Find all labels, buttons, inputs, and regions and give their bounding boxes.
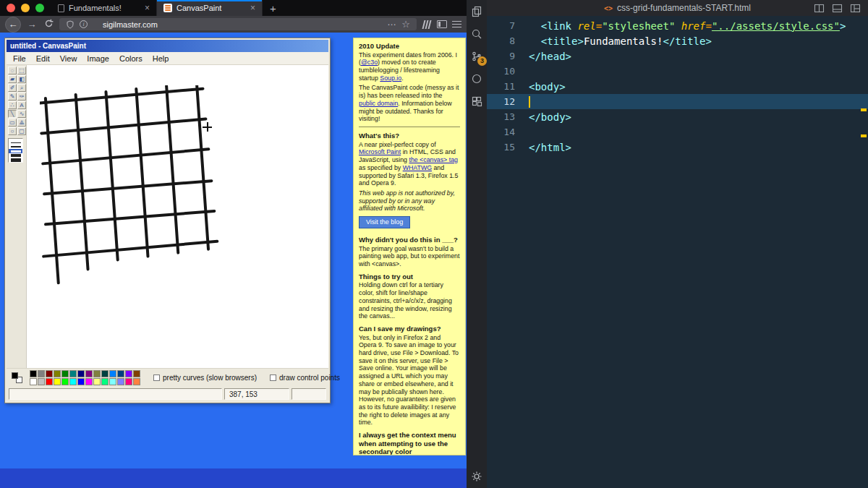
palette-swatch[interactable] <box>38 370 45 377</box>
palette-swatch[interactable] <box>69 370 77 377</box>
sidebar-link[interactable]: the <canvas> tag <box>409 156 458 163</box>
code-line[interactable]: 9</head> <box>487 48 868 64</box>
sidebar-link[interactable]: @c3o <box>361 59 378 66</box>
settings-gear-icon[interactable] <box>467 471 487 482</box>
sidebar-link[interactable]: Soup.io <box>380 74 401 82</box>
palette-swatch[interactable] <box>54 378 61 385</box>
palette-swatch[interactable] <box>30 378 37 385</box>
palette-swatch[interactable] <box>133 370 140 377</box>
checkbox[interactable] <box>153 374 160 381</box>
code-line[interactable]: 10 <box>487 64 868 79</box>
code-editor[interactable]: 7 <link rel="stylesheet" href="../assets… <box>487 16 868 488</box>
palette-swatch[interactable] <box>46 370 53 377</box>
palette-swatch[interactable] <box>109 378 116 385</box>
ellipse-tool[interactable]: ○ <box>8 127 17 135</box>
palette-swatch[interactable] <box>38 378 45 385</box>
code-line[interactable]: 13</body> <box>487 109 868 124</box>
toggle-panel-icon[interactable] <box>832 3 843 14</box>
tab-fundamentals[interactable]: Fundamentals! × <box>51 0 157 16</box>
sidebar-toggle-icon[interactable] <box>437 20 447 28</box>
forward-button[interactable]: → <box>26 19 38 30</box>
checkbox[interactable] <box>270 374 276 381</box>
draw-control-points-option[interactable]: draw control points <box>270 374 340 382</box>
menu-view[interactable]: View <box>55 54 82 63</box>
shield-icon[interactable] <box>66 20 75 29</box>
palette-swatch[interactable] <box>61 370 69 377</box>
extensions-icon[interactable] <box>470 95 483 108</box>
palette-swatch[interactable] <box>54 370 61 377</box>
code-line[interactable]: 11<body> <box>487 79 868 94</box>
refresh-button[interactable] <box>43 19 54 30</box>
palette-swatch[interactable] <box>46 378 53 385</box>
menu-hamburger-icon[interactable] <box>452 21 461 28</box>
menu-help[interactable]: Help <box>148 54 174 63</box>
palette-swatch[interactable] <box>133 378 140 385</box>
zoom-window-button[interactable] <box>35 4 44 12</box>
palette-swatch[interactable] <box>30 370 37 377</box>
source-control-icon[interactable]: 3 <box>470 50 483 63</box>
tab-close-icon[interactable]: × <box>250 4 255 12</box>
palette-swatch[interactable] <box>117 378 124 385</box>
paint-window-title[interactable]: untitled - CanvasPaint <box>7 40 328 52</box>
address-bar[interactable]: i sigilmaster.com ⋯ ☆ <box>59 18 417 30</box>
palette-swatch[interactable] <box>69 378 77 385</box>
palette-swatch[interactable] <box>101 370 109 377</box>
free-select-tool[interactable]: ◌ <box>8 67 17 74</box>
palette-swatch[interactable] <box>61 378 69 385</box>
sidebar-link[interactable]: public domain <box>359 100 398 107</box>
new-tab-button[interactable]: + <box>263 2 284 14</box>
palette-swatch[interactable] <box>85 378 93 385</box>
debug-icon[interactable] <box>470 72 483 85</box>
menu-image[interactable]: Image <box>82 54 114 63</box>
code-line[interactable]: 14 <box>487 124 868 140</box>
bookmark-star-icon[interactable]: ☆ <box>401 19 410 30</box>
site-info-icon[interactable]: i <box>80 20 88 28</box>
explorer-icon[interactable] <box>470 5 483 18</box>
eraser-tool[interactable]: ▰ <box>8 75 17 83</box>
code-line[interactable]: 12 <box>487 94 868 109</box>
back-button[interactable]: ← <box>5 17 21 33</box>
curve-tool[interactable]: ∿ <box>17 110 26 118</box>
magnifier-tool[interactable]: ⌕ <box>17 84 26 92</box>
menu-file[interactable]: File <box>8 54 31 63</box>
palette-swatch[interactable] <box>101 378 109 385</box>
line-tool[interactable]: ╲ <box>8 110 17 118</box>
menu-colors[interactable]: Colors <box>114 54 148 63</box>
palette-swatch[interactable] <box>77 378 85 385</box>
minimize-window-button[interactable] <box>21 4 30 12</box>
current-colors-indicator[interactable] <box>9 370 27 386</box>
pretty-curves-option[interactable]: pretty curves (slow browsers) <box>153 374 257 382</box>
palette-swatch[interactable] <box>125 370 132 377</box>
menu-edit[interactable]: Edit <box>31 54 55 63</box>
tab-close-icon[interactable]: × <box>145 4 150 12</box>
text-tool[interactable]: A <box>17 101 26 109</box>
color-picker-tool[interactable]: ✐ <box>8 84 17 92</box>
fill-tool[interactable]: ◧ <box>17 75 26 83</box>
rectangle-tool[interactable]: ▭ <box>8 119 17 127</box>
palette-swatch[interactable] <box>77 370 85 377</box>
brush-tool[interactable]: ✑ <box>17 93 26 100</box>
tab-canvaspaint[interactable]: CanvasPaint × <box>157 0 263 16</box>
code-line[interactable]: 8 <title>Fundamentals!</title> <box>487 33 868 48</box>
rounded-rectangle-tool[interactable]: ▢ <box>17 127 26 135</box>
pencil-tool[interactable]: ✎ <box>8 93 17 100</box>
search-icon[interactable] <box>470 27 483 40</box>
split-editor-icon[interactable] <box>814 3 825 14</box>
url-text[interactable]: sigilmaster.com <box>103 20 158 29</box>
line-width-options[interactable] <box>8 138 23 163</box>
customize-layout-icon[interactable] <box>850 3 861 14</box>
library-icon[interactable] <box>422 20 432 29</box>
page-actions-icon[interactable]: ⋯ <box>387 20 396 30</box>
code-line[interactable]: 7 <link rel="stylesheet" href="../assets… <box>487 18 868 33</box>
sidebar-link[interactable]: Microsoft Paint <box>359 148 401 155</box>
close-window-button[interactable] <box>7 4 15 12</box>
drawing-canvas[interactable] <box>27 65 328 368</box>
select-tool[interactable]: ⬚ <box>17 67 26 74</box>
visit-blog-button[interactable]: Visit the blog <box>359 216 410 228</box>
sidebar-link[interactable]: WHATWG <box>403 164 432 171</box>
palette-swatch[interactable] <box>109 370 116 377</box>
palette-swatch[interactable] <box>93 378 101 385</box>
palette-swatch[interactable] <box>125 378 132 385</box>
airbrush-tool[interactable]: ∴ <box>8 101 17 109</box>
palette-swatch[interactable] <box>85 370 93 377</box>
